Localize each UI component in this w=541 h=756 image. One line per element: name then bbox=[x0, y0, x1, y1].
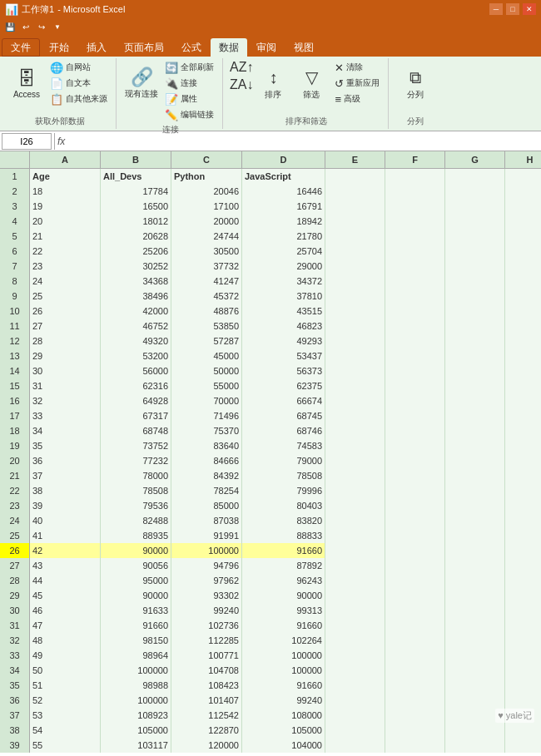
list-item[interactable]: 71496 bbox=[171, 408, 242, 423]
list-item[interactable] bbox=[385, 199, 445, 214]
list-item[interactable] bbox=[505, 723, 541, 738]
list-item[interactable] bbox=[445, 408, 505, 423]
row-number[interactable]: 5 bbox=[0, 229, 30, 244]
list-item[interactable]: 38496 bbox=[101, 289, 171, 304]
list-item[interactable] bbox=[325, 393, 385, 408]
list-item[interactable]: 103117 bbox=[101, 738, 171, 753]
list-item[interactable] bbox=[445, 214, 505, 229]
list-item[interactable] bbox=[385, 274, 445, 289]
edit-links-button[interactable]: ✏️ 编辑链接 bbox=[161, 107, 217, 122]
tab-page-layout[interactable]: 页面布局 bbox=[116, 38, 172, 57]
list-item[interactable]: 102264 bbox=[242, 633, 325, 648]
list-item[interactable] bbox=[385, 184, 445, 199]
list-item[interactable] bbox=[385, 558, 445, 573]
list-item[interactable]: 90056 bbox=[101, 558, 171, 573]
list-item[interactable] bbox=[325, 453, 385, 468]
list-item[interactable]: 34372 bbox=[242, 274, 325, 289]
list-item[interactable]: 49293 bbox=[242, 334, 325, 348]
list-item[interactable] bbox=[325, 319, 385, 334]
list-item[interactable] bbox=[505, 334, 541, 348]
list-item[interactable]: 53200 bbox=[101, 348, 171, 363]
list-item[interactable] bbox=[445, 573, 505, 588]
list-item[interactable] bbox=[325, 543, 385, 558]
list-item[interactable]: 108423 bbox=[171, 678, 242, 693]
list-item[interactable] bbox=[325, 513, 385, 528]
list-item[interactable] bbox=[505, 558, 541, 573]
row-number[interactable]: 21 bbox=[0, 468, 30, 483]
list-item[interactable] bbox=[325, 588, 385, 603]
list-item[interactable] bbox=[385, 468, 445, 483]
list-item[interactable] bbox=[325, 363, 385, 378]
list-item[interactable]: JavaScript bbox=[242, 169, 325, 184]
list-item[interactable] bbox=[445, 468, 505, 483]
list-item[interactable]: 54 bbox=[30, 723, 101, 738]
list-item[interactable] bbox=[385, 708, 445, 723]
col-header-d[interactable]: D bbox=[242, 151, 325, 168]
list-item[interactable] bbox=[385, 603, 445, 618]
list-item[interactable]: 48876 bbox=[171, 304, 242, 319]
list-item[interactable]: 99313 bbox=[242, 603, 325, 618]
list-item[interactable] bbox=[325, 723, 385, 738]
list-item[interactable]: 82488 bbox=[101, 513, 171, 528]
col-header-b[interactable]: B bbox=[101, 151, 171, 168]
list-item[interactable]: 87892 bbox=[242, 558, 325, 573]
list-item[interactable]: 66674 bbox=[242, 393, 325, 408]
list-item[interactable] bbox=[505, 304, 541, 319]
row-number[interactable]: 13 bbox=[0, 348, 30, 363]
list-item[interactable]: 100000 bbox=[242, 648, 325, 663]
list-item[interactable]: Python bbox=[171, 169, 242, 184]
list-item[interactable]: 45372 bbox=[171, 289, 242, 304]
list-item[interactable] bbox=[445, 393, 505, 408]
list-item[interactable] bbox=[505, 319, 541, 334]
list-item[interactable] bbox=[325, 573, 385, 588]
list-item[interactable]: 32 bbox=[30, 393, 101, 408]
row-number[interactable]: 19 bbox=[0, 438, 30, 453]
list-item[interactable]: 74583 bbox=[242, 438, 325, 453]
row-number[interactable]: 18 bbox=[0, 423, 30, 438]
list-item[interactable]: 104000 bbox=[242, 738, 325, 753]
list-item[interactable]: 64928 bbox=[101, 393, 171, 408]
list-item[interactable]: 112542 bbox=[171, 708, 242, 723]
list-item[interactable] bbox=[385, 633, 445, 648]
list-item[interactable]: 53 bbox=[30, 708, 101, 723]
list-item[interactable] bbox=[505, 498, 541, 513]
list-item[interactable] bbox=[445, 483, 505, 498]
row-number[interactable]: 25 bbox=[0, 528, 30, 543]
list-item[interactable]: 20046 bbox=[171, 184, 242, 199]
close-button[interactable]: ✕ bbox=[523, 3, 536, 15]
list-item[interactable]: 34368 bbox=[101, 274, 171, 289]
list-item[interactable]: 24744 bbox=[171, 229, 242, 244]
list-item[interactable]: 56000 bbox=[101, 363, 171, 378]
list-item[interactable] bbox=[325, 693, 385, 708]
list-item[interactable] bbox=[385, 393, 445, 408]
list-item[interactable] bbox=[505, 423, 541, 438]
list-item[interactable] bbox=[505, 603, 541, 618]
list-item[interactable]: 45000 bbox=[171, 348, 242, 363]
list-item[interactable]: 28 bbox=[30, 334, 101, 348]
list-item[interactable] bbox=[385, 678, 445, 693]
list-item[interactable] bbox=[445, 678, 505, 693]
row-number[interactable]: 9 bbox=[0, 289, 30, 304]
row-number[interactable]: 28 bbox=[0, 573, 30, 588]
list-item[interactable] bbox=[505, 438, 541, 453]
list-item[interactable] bbox=[325, 438, 385, 453]
list-item[interactable]: 96243 bbox=[242, 573, 325, 588]
quick-access-dropdown[interactable]: ▼ bbox=[51, 20, 64, 33]
list-item[interactable] bbox=[445, 438, 505, 453]
list-item[interactable] bbox=[445, 648, 505, 663]
list-item[interactable] bbox=[325, 244, 385, 259]
list-item[interactable]: 29000 bbox=[242, 259, 325, 274]
undo-quick-button[interactable]: ↩ bbox=[19, 20, 32, 33]
list-item[interactable]: 105000 bbox=[101, 723, 171, 738]
clear-button[interactable]: ✕ 清除 bbox=[331, 60, 366, 75]
list-item[interactable]: 75370 bbox=[171, 423, 242, 438]
list-item[interactable]: 68748 bbox=[101, 423, 171, 438]
list-item[interactable]: Age bbox=[30, 169, 101, 184]
list-item[interactable] bbox=[505, 184, 541, 199]
list-item[interactable] bbox=[325, 603, 385, 618]
list-item[interactable] bbox=[445, 558, 505, 573]
list-item[interactable]: 91660 bbox=[242, 678, 325, 693]
list-item[interactable]: 37732 bbox=[171, 259, 242, 274]
list-item[interactable]: 53437 bbox=[242, 348, 325, 363]
list-item[interactable] bbox=[505, 618, 541, 633]
